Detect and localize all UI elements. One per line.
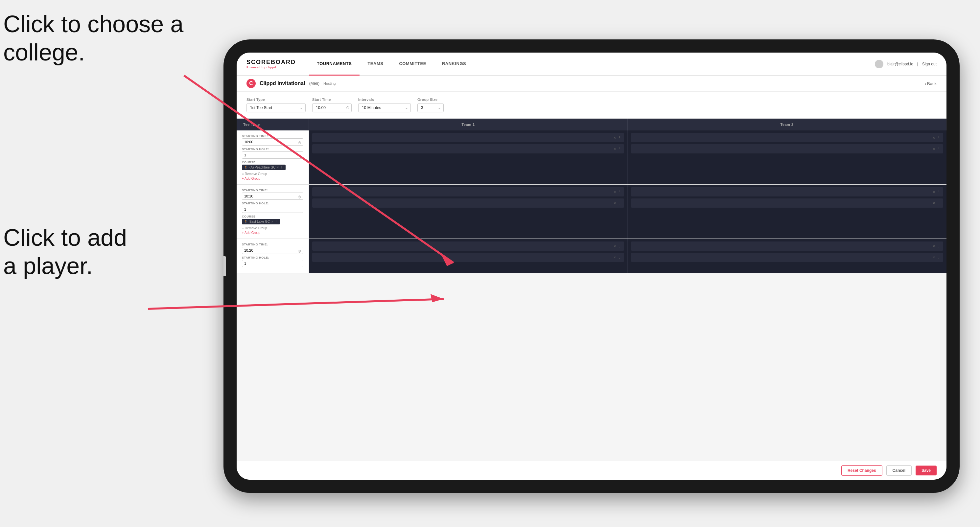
group-row-1: STARTING TIME: ⏱ STARTING HOLE: 1 COURSE…: [237, 130, 947, 185]
course-wrapper-2: 🏌 East Lake GC × ⋮: [242, 219, 303, 224]
player-row-2-1[interactable]: × ⋮: [631, 133, 943, 142]
logo-area: SCOREBOARD Powered by clippd: [247, 59, 296, 69]
col-tee-time: Tee Time: [237, 119, 309, 130]
player-remove-icon-2-2[interactable]: ×: [933, 147, 935, 151]
player-row-1-1[interactable]: × ⋮: [312, 133, 624, 142]
nav-bar: SCOREBOARD Powered by clippd TOURNAMENTS…: [237, 52, 947, 76]
starting-hole-select-1[interactable]: 1: [242, 151, 303, 159]
table-header: Tee Time Team 1 Team 2: [237, 119, 947, 130]
tournament-name: Clippd Invitational: [259, 81, 305, 86]
starting-hole-label-3: STARTING HOLE:: [242, 256, 303, 259]
player-dots-icon-6-2: ⋮: [937, 255, 940, 260]
clock-icon-2: ⏱: [298, 195, 301, 199]
starting-time-wrapper-2: ⏱: [242, 192, 303, 202]
player-remove-icon-6-2[interactable]: ×: [933, 255, 935, 259]
intervals-select[interactable]: 10 Minutes: [358, 103, 411, 113]
player-remove-icon-5-2[interactable]: ×: [614, 255, 616, 259]
player-row-5-2[interactable]: × ⋮: [312, 252, 624, 262]
start-time-label: Start Time: [312, 98, 352, 102]
player-row-3-2[interactable]: × ⋮: [312, 198, 624, 208]
starting-hole-select-2[interactable]: 1: [242, 206, 303, 213]
remove-group-btn-2[interactable]: ○ Remove Group: [242, 226, 303, 230]
add-group-btn-2[interactable]: + Add Group: [242, 231, 303, 235]
player-row-2-2[interactable]: × ⋮: [631, 144, 943, 154]
player-dots-icon-1-1: ⋮: [618, 136, 622, 140]
starting-hole-wrapper-3: 1: [242, 260, 303, 269]
course-label-1: COURSE:: [242, 161, 303, 164]
course-tag-x-1[interactable]: ×: [277, 166, 279, 169]
starting-hole-wrapper-2: 1: [242, 206, 303, 215]
save-button[interactable]: Save: [916, 465, 937, 475]
player-remove-icon-1-2[interactable]: ×: [614, 147, 616, 151]
player-row-5-1[interactable]: × ⋮: [312, 241, 624, 251]
start-type-wrapper: 1st Tee Start: [247, 103, 305, 113]
group-left-2: STARTING TIME: ⏱ STARTING HOLE: 1 COURSE…: [237, 185, 309, 238]
tablet-frame: SCOREBOARD Powered by clippd TOURNAMENTS…: [223, 40, 959, 493]
course-tag-dots-2[interactable]: ⋮: [274, 220, 278, 224]
player-row-4-1[interactable]: × ⋮: [631, 187, 943, 197]
player-dots-icon-6-1: ⋮: [937, 244, 940, 248]
col-team2: Team 2: [628, 119, 947, 130]
start-type-label: Start Type: [247, 98, 305, 102]
starting-time-input-3[interactable]: [242, 247, 303, 254]
back-button[interactable]: ‹ Back: [924, 81, 937, 86]
course-name-1: (A) Peachtree GC: [250, 166, 275, 169]
player-dots-icon-4-2: ⋮: [937, 201, 940, 205]
course-name-2: East Lake GC: [250, 220, 270, 224]
course-tag-dots-1[interactable]: ⋮: [280, 166, 283, 169]
starting-time-input-1[interactable]: [242, 138, 303, 146]
cancel-button[interactable]: Cancel: [886, 465, 912, 476]
col-team1: Team 1: [309, 119, 628, 130]
player-row-1-2[interactable]: × ⋮: [312, 144, 624, 154]
remove-group-btn-1[interactable]: ○ Remove Group: [242, 172, 303, 176]
player-dots-icon-4-1: ⋮: [937, 190, 940, 194]
clippd-logo: C: [247, 79, 256, 88]
nav-item-teams[interactable]: TEAMS: [360, 52, 391, 76]
player-row-3-1[interactable]: × ⋮: [312, 187, 624, 197]
player-remove-icon-4-2[interactable]: ×: [933, 201, 935, 205]
course-tag-1[interactable]: 🏌 (A) Peachtree GC × ⋮: [242, 165, 286, 170]
player-remove-icon-3-1[interactable]: ×: [614, 190, 616, 194]
add-group-btn-1[interactable]: + Add Group: [242, 177, 303, 180]
start-type-select[interactable]: 1st Tee Start: [247, 103, 305, 113]
player-row-6-2[interactable]: × ⋮: [631, 252, 943, 262]
starting-time-input-2[interactable]: [242, 192, 303, 200]
gender-badge: (Men): [309, 81, 320, 86]
player-remove-icon-1-1[interactable]: ×: [614, 136, 616, 140]
nav-item-committee[interactable]: COMMITTEE: [391, 52, 434, 76]
player-remove-icon-6-1[interactable]: ×: [933, 244, 935, 248]
clock-icon-1: ⏱: [298, 141, 301, 145]
player-remove-icon-2-1[interactable]: ×: [933, 136, 935, 140]
start-time-input[interactable]: [312, 103, 352, 113]
starting-time-label-3: STARTING TIME:: [242, 243, 303, 246]
form-row: Start Type 1st Tee Start Start Time ⏱ In…: [237, 92, 947, 119]
starting-hole-label-1: STARTING HOLE:: [242, 148, 303, 151]
player-row-4-2[interactable]: × ⋮: [631, 198, 943, 208]
sign-out-link[interactable]: Sign out: [922, 62, 937, 67]
player-row-6-1[interactable]: × ⋮: [631, 241, 943, 251]
group-size-input[interactable]: [417, 103, 444, 113]
group-left-3: STARTING TIME: ⏱ STARTING HOLE: 1: [237, 239, 309, 273]
tablet-screen: SCOREBOARD Powered by clippd TOURNAMENTS…: [237, 52, 947, 480]
player-dots-icon-3-1: ⋮: [618, 190, 622, 194]
group-row-2: STARTING TIME: ⏱ STARTING HOLE: 1 COURSE…: [237, 185, 947, 239]
group-size-label: Group Size: [417, 98, 444, 102]
player-remove-icon-4-1[interactable]: ×: [933, 190, 935, 194]
nav-separator: |: [917, 62, 918, 67]
group-size-wrapper: [417, 103, 444, 113]
nav-item-tournaments[interactable]: TOURNAMENTS: [309, 52, 360, 76]
team1-cell-3: × ⋮ × ⋮: [309, 239, 628, 273]
reset-changes-button[interactable]: Reset Changes: [841, 465, 882, 476]
sub-header-left: C Clippd Invitational (Men) Hosting: [247, 79, 336, 88]
course-tag-2[interactable]: 🏌 East Lake GC × ⋮: [242, 219, 280, 224]
player-remove-icon-5-1[interactable]: ×: [614, 244, 616, 248]
starting-hole-select-3[interactable]: 1: [242, 260, 303, 267]
team2-cell-1: × ⋮ × ⋮: [628, 130, 947, 184]
main-content: Tee Time Team 1 Team 2 STARTING TIME: ⏱ …: [237, 119, 947, 461]
group-row-3: STARTING TIME: ⏱ STARTING HOLE: 1: [237, 239, 947, 273]
starting-hole-label-2: STARTING HOLE:: [242, 202, 303, 205]
player-remove-icon-3-2[interactable]: ×: [614, 201, 616, 205]
course-tag-x-2[interactable]: ×: [271, 220, 273, 224]
nav-item-rankings[interactable]: RANKINGS: [434, 52, 474, 76]
start-time-wrapper: ⏱: [312, 103, 352, 113]
